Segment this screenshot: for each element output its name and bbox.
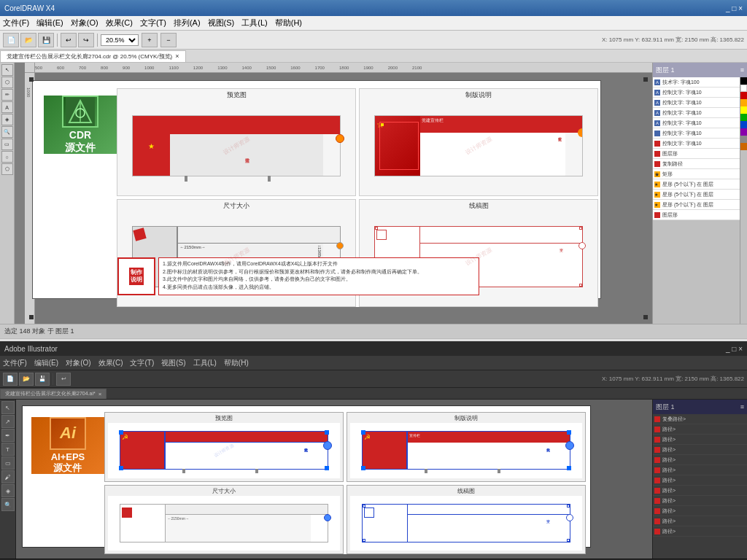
polygon-tool[interactable]: ⬠ — [1, 163, 13, 175]
color-gray[interactable] — [740, 136, 747, 143]
zoom-tool[interactable]: 🔍 — [1, 126, 13, 138]
ai-layer-11[interactable]: 路径> — [653, 516, 747, 526]
ai-canvas[interactable]: Ai AI+EPS 源文件 预览图 — [16, 400, 652, 559]
layer-item-4[interactable]: A 控制文字: 字魂10 — [653, 108, 740, 118]
ai-layer-8[interactable]: 路径> — [653, 486, 747, 496]
cdr-tab-active[interactable]: 党建宣传栏公告展示栏文化长廊2704.cdr @ 20.5% (CMYK/预览)… — [0, 50, 186, 62]
ai-window-controls[interactable]: _ □ × — [726, 345, 743, 353]
ai-menu-effect[interactable]: 效果(C) — [98, 358, 123, 368]
ellipse-tool[interactable]: ○ — [1, 151, 13, 163]
menu-arrange[interactable]: 排列(A) — [174, 18, 201, 28]
layer-item-12[interactable]: ★ 星形 (5个以下) 在 图层 — [653, 190, 740, 200]
menu-text[interactable]: 文字(T) — [140, 18, 166, 28]
freehand-tool[interactable]: ✏ — [1, 89, 13, 101]
layer-item-11[interactable]: ★ 星形 (5个以下) 在 图层 — [653, 179, 740, 190]
color-brown[interactable] — [740, 143, 747, 150]
open-btn[interactable]: 📂 — [20, 33, 36, 47]
layer-item-3[interactable]: A 控制文字: 字魂10 — [653, 98, 740, 108]
save-btn[interactable]: 💾 — [38, 33, 54, 47]
color-purple[interactable] — [740, 128, 747, 136]
ai-layer-9[interactable]: 路径> — [653, 496, 747, 506]
layer-item-6[interactable]: 控制文字: 字魂10 — [653, 128, 740, 139]
ai-layer-7[interactable]: 路径> — [653, 475, 747, 486]
ai-menu-help[interactable]: 帮助(H) — [224, 358, 249, 368]
canvas-content[interactable]: 1000 1100 — [25, 73, 652, 324]
menu-tools[interactable]: 工具(L) — [241, 18, 267, 28]
ai-shape-tool[interactable]: ▭ — [1, 456, 15, 470]
color-green[interactable] — [740, 114, 747, 121]
layers-title: 图层 1 — [656, 66, 675, 75]
menu-edit[interactable]: 编辑(E) — [36, 18, 63, 28]
ai-menu-text[interactable]: 文字(T) — [130, 358, 154, 368]
ai-zoom-tool[interactable]: 🔍 — [1, 498, 15, 511]
rectangle-tool[interactable]: ▭ — [1, 139, 13, 150]
layer-item-8[interactable]: 图层形 — [653, 149, 740, 159]
cdr-canvas: 500 600 700 800 900 1000 1100 1200 1300 … — [15, 63, 652, 324]
color-red[interactable] — [740, 92, 747, 99]
ai-undo-btn[interactable]: ↩ — [56, 373, 71, 386]
ai-layer-10[interactable]: 路径> — [653, 506, 747, 516]
ai-brush-tool[interactable]: 🖌 — [1, 470, 15, 483]
shape-tool[interactable]: ⬡ — [1, 77, 13, 88]
layer-item-7[interactable]: 控制文字: 字魂10 — [653, 139, 740, 149]
ai-layer-4[interactable]: 路径> — [653, 445, 747, 455]
ai-llabel-11: 路径> — [662, 518, 676, 525]
color-white[interactable] — [740, 85, 747, 92]
ai-pen-tool[interactable]: ✒ — [1, 429, 15, 442]
ai-fill-tool[interactable]: ◈ — [1, 484, 15, 497]
ai-direct-tool[interactable]: ↗ — [1, 415, 15, 428]
layers-options[interactable]: ≡ — [740, 66, 744, 74]
color-orange[interactable] — [740, 99, 747, 106]
cdr-window-controls[interactable]: _ □ × — [726, 4, 743, 12]
layer-item-13[interactable]: ★ 星形 (5个以下) 在 图层 — [653, 200, 740, 210]
ai-text-tool[interactable]: T — [1, 443, 15, 456]
ai-save-btn[interactable]: 💾 — [35, 373, 50, 386]
ai-tab-active[interactable]: 党建宣传栏公告展示栏文化长廊2704.ai* × — [0, 389, 107, 399]
ai-menu-file[interactable]: 文件(F) — [3, 358, 27, 368]
ai-layer-6[interactable]: 路径> — [653, 465, 747, 475]
menu-view[interactable]: 视图(S) — [208, 18, 235, 28]
fill-tool[interactable]: ◈ — [1, 114, 13, 125]
ai-llabel-7: 路径> — [662, 477, 676, 484]
menu-effect[interactable]: 效果(C) — [106, 18, 133, 28]
menu-help[interactable]: 帮助(H) — [275, 18, 302, 28]
layer-item-1[interactable]: A 技术字: 字魂100 — [653, 77, 740, 88]
layer-item-9[interactable]: 复制路径 — [653, 159, 740, 169]
color-blue[interactable] — [740, 121, 747, 128]
ai-licon-10 — [654, 508, 660, 514]
layer-item-14[interactable]: 图层形 — [653, 210, 740, 220]
ai-layer-5[interactable]: 路径> — [653, 455, 747, 465]
zoom-out[interactable]: − — [160, 33, 177, 47]
ai-layer-2[interactable]: 路径> — [653, 424, 747, 435]
undo-btn[interactable]: ↩ — [61, 33, 77, 47]
color-black[interactable] — [740, 77, 747, 85]
zoom-in[interactable]: + — [142, 33, 158, 47]
ai-b2-pole2 — [498, 469, 500, 473]
menu-object[interactable]: 对象(O) — [71, 18, 98, 28]
menu-file[interactable]: 文件(F) — [3, 18, 29, 28]
redo-btn[interactable]: ↪ — [78, 33, 94, 47]
ai-menu-object[interactable]: 对象(O) — [66, 358, 90, 368]
zoom-select[interactable]: 20.5% 50% 100% — [101, 34, 139, 46]
ai-select-tool[interactable]: ↖ — [1, 401, 15, 414]
ai-menu-tools[interactable]: 工具(L) — [193, 358, 217, 368]
ai-open-btn[interactable]: 📂 — [19, 373, 34, 386]
select-tool[interactable]: ↖ — [1, 64, 13, 76]
layer-item-2[interactable]: A 控制文字: 字魂10 — [653, 88, 740, 98]
text-tool[interactable]: A — [1, 101, 13, 113]
layer-item-5[interactable]: A 控制文字: 字魂10 — [653, 118, 740, 128]
ai-new-btn[interactable]: 📄 — [3, 373, 18, 386]
layer-item-10[interactable]: ★ 矩形 — [653, 169, 740, 179]
ai-tab-close[interactable]: × — [98, 391, 102, 397]
ai-view-3: 尺寸大小 ←2150mm→ — [104, 485, 344, 555]
cdr-tab-close[interactable]: × — [175, 52, 179, 60]
new-btn[interactable]: 📄 — [3, 33, 19, 47]
ai-layer-1[interactable]: 复叠路径> — [653, 414, 747, 424]
ai-menu-edit[interactable]: 编辑(E) — [34, 358, 58, 368]
ai-layer-3[interactable]: 路径> — [653, 435, 747, 445]
ai-layer-12[interactable]: 路径> — [653, 526, 747, 537]
ai-layers-options[interactable]: ≡ — [740, 403, 744, 411]
color-yellow[interactable] — [740, 106, 747, 114]
ai-licon-1 — [654, 416, 660, 422]
ai-menu-view[interactable]: 视图(S) — [161, 358, 185, 368]
